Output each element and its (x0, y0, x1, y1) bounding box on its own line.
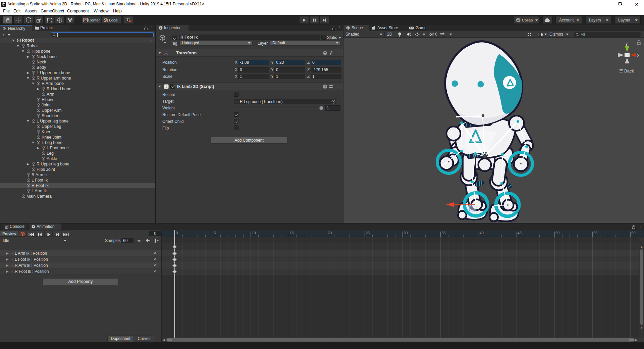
svg-text:#: # (165, 85, 167, 89)
svg-text:Back: Back (624, 68, 634, 73)
svg-text:x: x (637, 53, 639, 58)
svg-text:y: y (626, 41, 628, 46)
